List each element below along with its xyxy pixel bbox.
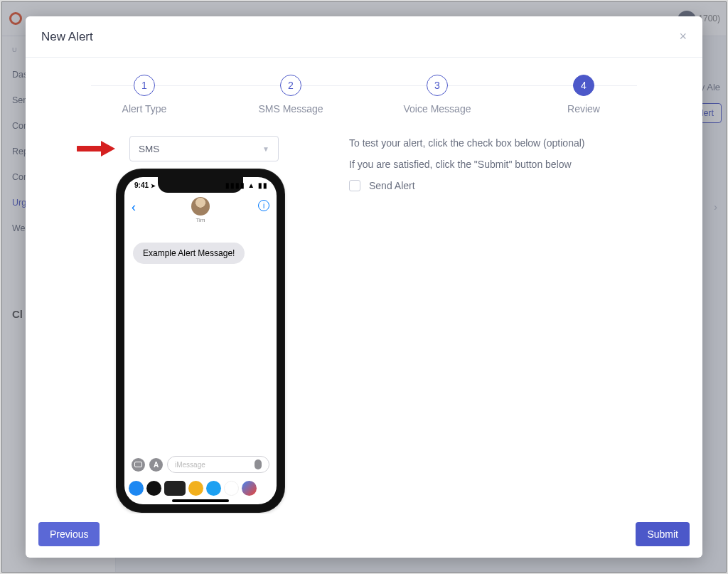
- battery-icon: ▮▮: [258, 181, 268, 189]
- phone-message-input: iMessage: [167, 456, 269, 473]
- contact-name: Tim: [124, 217, 277, 223]
- app-icon: [129, 481, 144, 496]
- instruction-text-1: To test your alert, click the check box …: [349, 137, 651, 149]
- step-number: 3: [427, 75, 448, 96]
- send-alert-checkbox[interactable]: [349, 180, 360, 191]
- phone-status-icons: ▮▮▮▮ ▲ ▮▮: [225, 181, 268, 189]
- app-drawer: [129, 481, 272, 496]
- app-icon: [188, 481, 203, 496]
- signal-icon: ▮▮▮▮: [225, 181, 245, 189]
- phone-time: 9:41 ➤: [134, 181, 156, 189]
- app-icon: [206, 481, 221, 496]
- previous-button[interactable]: Previous: [38, 522, 100, 546]
- wifi-icon: ▲: [247, 181, 255, 189]
- app-icon: [242, 481, 257, 496]
- step-alert-type[interactable]: 1 Alert Type: [91, 75, 198, 115]
- step-number: 1: [134, 75, 155, 96]
- step-review[interactable]: 4 Review: [530, 75, 637, 115]
- close-icon[interactable]: ×: [679, 29, 687, 44]
- submit-button[interactable]: Submit: [636, 522, 690, 546]
- step-number: 4: [573, 75, 594, 96]
- preview-type-dropdown[interactable]: SMS ▼: [129, 136, 279, 161]
- back-chevron-icon: ‹: [132, 200, 136, 215]
- home-indicator: [172, 499, 229, 502]
- contact-avatar: [191, 197, 210, 216]
- stepper: 1 Alert Type 2 SMS Message 3 Voice Messa…: [41, 58, 687, 120]
- step-number: 2: [280, 75, 301, 96]
- modal-title: New Alert: [41, 30, 93, 44]
- chevron-down-icon: ▼: [262, 145, 269, 153]
- new-alert-modal: New Alert × 1 Alert Type 2 SMS Message 3…: [26, 16, 702, 558]
- appstore-icon: [149, 458, 163, 472]
- mic-icon: [255, 459, 262, 469]
- step-sms-message[interactable]: 2 SMS Message: [237, 75, 344, 115]
- apple-pay-icon: [164, 481, 186, 496]
- step-label: SMS Message: [258, 103, 323, 115]
- app-icon: [224, 481, 239, 496]
- step-voice-message[interactable]: 3 Voice Message: [384, 75, 491, 115]
- step-label: Alert Type: [122, 103, 167, 115]
- step-label: Review: [567, 103, 600, 115]
- dropdown-value: SMS: [139, 144, 159, 154]
- phone-preview: 9:41 ➤ ▮▮▮▮ ▲ ▮▮ ‹ i Tim: [116, 169, 285, 513]
- message-bubble: Example Alert Message!: [133, 243, 245, 264]
- instruction-text-2: If you are satisfied, click the "Submit"…: [349, 159, 651, 170]
- send-alert-label: Send Alert: [369, 180, 415, 191]
- camera-icon: [132, 458, 145, 472]
- step-label: Voice Message: [404, 103, 471, 115]
- info-icon: i: [258, 200, 269, 211]
- pointer-arrow-icon: [77, 139, 117, 158]
- app-icon: [146, 481, 161, 496]
